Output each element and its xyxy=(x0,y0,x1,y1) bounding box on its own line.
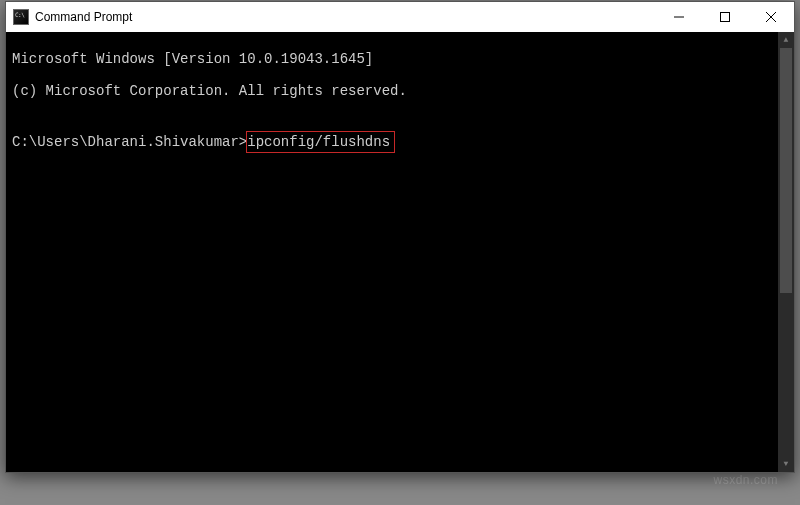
close-icon xyxy=(766,12,776,22)
cmd-icon xyxy=(13,9,29,25)
vertical-scrollbar[interactable]: ▲ ▼ xyxy=(778,32,794,472)
window-title: Command Prompt xyxy=(35,10,656,24)
maximize-icon xyxy=(720,12,730,22)
scroll-up-arrow-icon[interactable]: ▲ xyxy=(778,32,794,48)
command-highlight: ipconfig/flushdns xyxy=(246,131,395,153)
scrollbar-thumb[interactable] xyxy=(780,48,792,293)
copyright-line: (c) Microsoft Corporation. All rights re… xyxy=(12,83,788,99)
prompt-line: C:\Users\Dharani.Shivakumar>ipconfig/flu… xyxy=(12,131,395,153)
window-controls xyxy=(656,2,794,32)
svg-rect-1 xyxy=(721,13,730,22)
close-button[interactable] xyxy=(748,2,794,32)
minimize-button[interactable] xyxy=(656,2,702,32)
scrollbar-track[interactable] xyxy=(778,48,794,456)
maximize-button[interactable] xyxy=(702,2,748,32)
command-prompt-window: Command Prompt Microsoft Windows [Versio… xyxy=(5,1,795,473)
titlebar[interactable]: Command Prompt xyxy=(6,2,794,32)
typed-command: ipconfig/flushdns xyxy=(247,134,390,150)
watermark-text: wsxdn.com xyxy=(713,473,778,487)
version-line: Microsoft Windows [Version 10.0.19043.16… xyxy=(12,51,788,67)
terminal-output[interactable]: Microsoft Windows [Version 10.0.19043.16… xyxy=(6,32,794,472)
minimize-icon xyxy=(674,12,684,22)
scroll-down-arrow-icon[interactable]: ▼ xyxy=(778,456,794,472)
prompt-path: C:\Users\Dharani.Shivakumar> xyxy=(12,134,247,150)
